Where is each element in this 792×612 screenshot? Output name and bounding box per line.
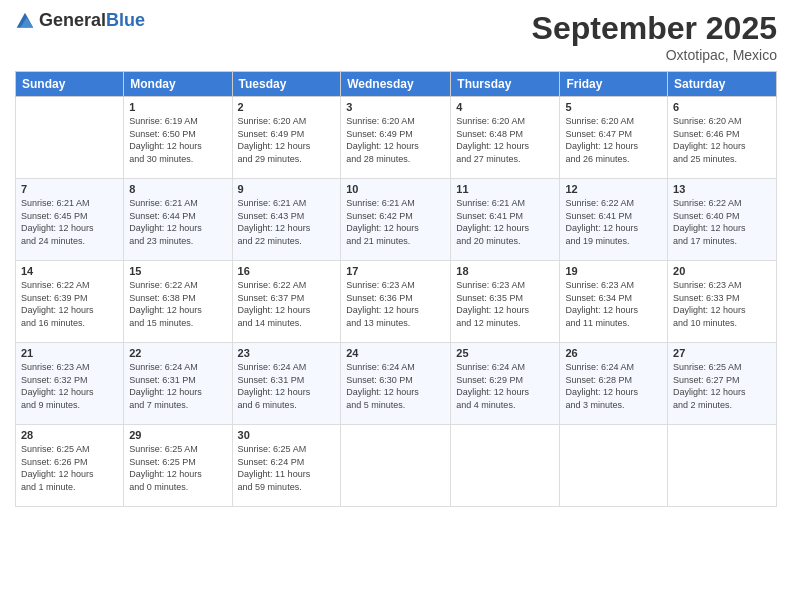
day-info: Sunrise: 6:22 AM Sunset: 6:39 PM Dayligh… xyxy=(21,279,118,329)
location: Oxtotipac, Mexico xyxy=(532,47,777,63)
day-number: 24 xyxy=(346,347,445,359)
day-number: 1 xyxy=(129,101,226,113)
calendar-cell: 22Sunrise: 6:24 AM Sunset: 6:31 PM Dayli… xyxy=(124,343,232,425)
week-row-5: 28Sunrise: 6:25 AM Sunset: 6:26 PM Dayli… xyxy=(16,425,777,507)
day-info: Sunrise: 6:24 AM Sunset: 6:30 PM Dayligh… xyxy=(346,361,445,411)
calendar-cell: 14Sunrise: 6:22 AM Sunset: 6:39 PM Dayli… xyxy=(16,261,124,343)
day-number: 20 xyxy=(673,265,771,277)
day-info: Sunrise: 6:20 AM Sunset: 6:47 PM Dayligh… xyxy=(565,115,662,165)
day-number: 6 xyxy=(673,101,771,113)
day-info: Sunrise: 6:20 AM Sunset: 6:49 PM Dayligh… xyxy=(346,115,445,165)
col-tuesday: Tuesday xyxy=(232,72,341,97)
day-info: Sunrise: 6:23 AM Sunset: 6:32 PM Dayligh… xyxy=(21,361,118,411)
calendar-cell xyxy=(451,425,560,507)
day-number: 7 xyxy=(21,183,118,195)
day-number: 14 xyxy=(21,265,118,277)
calendar-cell: 30Sunrise: 6:25 AM Sunset: 6:24 PM Dayli… xyxy=(232,425,341,507)
day-info: Sunrise: 6:23 AM Sunset: 6:34 PM Dayligh… xyxy=(565,279,662,329)
day-info: Sunrise: 6:25 AM Sunset: 6:26 PM Dayligh… xyxy=(21,443,118,493)
day-number: 25 xyxy=(456,347,554,359)
col-saturday: Saturday xyxy=(668,72,777,97)
logo-general: General xyxy=(39,10,106,30)
day-number: 17 xyxy=(346,265,445,277)
calendar-cell: 20Sunrise: 6:23 AM Sunset: 6:33 PM Dayli… xyxy=(668,261,777,343)
day-info: Sunrise: 6:20 AM Sunset: 6:46 PM Dayligh… xyxy=(673,115,771,165)
day-number: 5 xyxy=(565,101,662,113)
day-info: Sunrise: 6:20 AM Sunset: 6:48 PM Dayligh… xyxy=(456,115,554,165)
calendar-cell: 8Sunrise: 6:21 AM Sunset: 6:44 PM Daylig… xyxy=(124,179,232,261)
calendar-cell: 1Sunrise: 6:19 AM Sunset: 6:50 PM Daylig… xyxy=(124,97,232,179)
day-info: Sunrise: 6:23 AM Sunset: 6:35 PM Dayligh… xyxy=(456,279,554,329)
day-number: 15 xyxy=(129,265,226,277)
day-number: 28 xyxy=(21,429,118,441)
day-info: Sunrise: 6:21 AM Sunset: 6:43 PM Dayligh… xyxy=(238,197,336,247)
week-row-1: 1Sunrise: 6:19 AM Sunset: 6:50 PM Daylig… xyxy=(16,97,777,179)
day-info: Sunrise: 6:21 AM Sunset: 6:41 PM Dayligh… xyxy=(456,197,554,247)
day-number: 8 xyxy=(129,183,226,195)
day-info: Sunrise: 6:25 AM Sunset: 6:27 PM Dayligh… xyxy=(673,361,771,411)
calendar-cell: 23Sunrise: 6:24 AM Sunset: 6:31 PM Dayli… xyxy=(232,343,341,425)
month-year: September 2025 xyxy=(532,10,777,47)
day-number: 3 xyxy=(346,101,445,113)
calendar-cell: 24Sunrise: 6:24 AM Sunset: 6:30 PM Dayli… xyxy=(341,343,451,425)
day-number: 12 xyxy=(565,183,662,195)
day-number: 13 xyxy=(673,183,771,195)
day-number: 4 xyxy=(456,101,554,113)
day-number: 23 xyxy=(238,347,336,359)
day-number: 26 xyxy=(565,347,662,359)
day-number: 19 xyxy=(565,265,662,277)
calendar-cell: 28Sunrise: 6:25 AM Sunset: 6:26 PM Dayli… xyxy=(16,425,124,507)
col-friday: Friday xyxy=(560,72,668,97)
calendar-cell: 21Sunrise: 6:23 AM Sunset: 6:32 PM Dayli… xyxy=(16,343,124,425)
day-info: Sunrise: 6:21 AM Sunset: 6:45 PM Dayligh… xyxy=(21,197,118,247)
week-row-2: 7Sunrise: 6:21 AM Sunset: 6:45 PM Daylig… xyxy=(16,179,777,261)
calendar-cell: 5Sunrise: 6:20 AM Sunset: 6:47 PM Daylig… xyxy=(560,97,668,179)
day-info: Sunrise: 6:24 AM Sunset: 6:28 PM Dayligh… xyxy=(565,361,662,411)
day-info: Sunrise: 6:19 AM Sunset: 6:50 PM Dayligh… xyxy=(129,115,226,165)
calendar-cell: 2Sunrise: 6:20 AM Sunset: 6:49 PM Daylig… xyxy=(232,97,341,179)
day-info: Sunrise: 6:21 AM Sunset: 6:44 PM Dayligh… xyxy=(129,197,226,247)
calendar-cell: 25Sunrise: 6:24 AM Sunset: 6:29 PM Dayli… xyxy=(451,343,560,425)
day-info: Sunrise: 6:25 AM Sunset: 6:25 PM Dayligh… xyxy=(129,443,226,493)
day-info: Sunrise: 6:22 AM Sunset: 6:38 PM Dayligh… xyxy=(129,279,226,329)
day-info: Sunrise: 6:23 AM Sunset: 6:33 PM Dayligh… xyxy=(673,279,771,329)
col-sunday: Sunday xyxy=(16,72,124,97)
day-number: 9 xyxy=(238,183,336,195)
week-row-4: 21Sunrise: 6:23 AM Sunset: 6:32 PM Dayli… xyxy=(16,343,777,425)
logo-icon xyxy=(15,11,35,31)
calendar-cell: 19Sunrise: 6:23 AM Sunset: 6:34 PM Dayli… xyxy=(560,261,668,343)
calendar-cell xyxy=(16,97,124,179)
day-number: 21 xyxy=(21,347,118,359)
calendar-cell: 29Sunrise: 6:25 AM Sunset: 6:25 PM Dayli… xyxy=(124,425,232,507)
calendar-cell: 15Sunrise: 6:22 AM Sunset: 6:38 PM Dayli… xyxy=(124,261,232,343)
day-info: Sunrise: 6:23 AM Sunset: 6:36 PM Dayligh… xyxy=(346,279,445,329)
logo-text: GeneralBlue xyxy=(39,10,145,31)
day-info: Sunrise: 6:22 AM Sunset: 6:41 PM Dayligh… xyxy=(565,197,662,247)
day-number: 11 xyxy=(456,183,554,195)
day-info: Sunrise: 6:20 AM Sunset: 6:49 PM Dayligh… xyxy=(238,115,336,165)
calendar-cell xyxy=(341,425,451,507)
calendar-cell: 18Sunrise: 6:23 AM Sunset: 6:35 PM Dayli… xyxy=(451,261,560,343)
day-info: Sunrise: 6:24 AM Sunset: 6:31 PM Dayligh… xyxy=(238,361,336,411)
calendar-cell: 16Sunrise: 6:22 AM Sunset: 6:37 PM Dayli… xyxy=(232,261,341,343)
day-info: Sunrise: 6:24 AM Sunset: 6:31 PM Dayligh… xyxy=(129,361,226,411)
calendar-cell: 12Sunrise: 6:22 AM Sunset: 6:41 PM Dayli… xyxy=(560,179,668,261)
calendar-cell xyxy=(668,425,777,507)
day-info: Sunrise: 6:25 AM Sunset: 6:24 PM Dayligh… xyxy=(238,443,336,493)
day-info: Sunrise: 6:21 AM Sunset: 6:42 PM Dayligh… xyxy=(346,197,445,247)
day-number: 22 xyxy=(129,347,226,359)
calendar-cell: 26Sunrise: 6:24 AM Sunset: 6:28 PM Dayli… xyxy=(560,343,668,425)
day-info: Sunrise: 6:24 AM Sunset: 6:29 PM Dayligh… xyxy=(456,361,554,411)
calendar-cell: 13Sunrise: 6:22 AM Sunset: 6:40 PM Dayli… xyxy=(668,179,777,261)
calendar-cell xyxy=(560,425,668,507)
calendar-cell: 4Sunrise: 6:20 AM Sunset: 6:48 PM Daylig… xyxy=(451,97,560,179)
calendar-cell: 27Sunrise: 6:25 AM Sunset: 6:27 PM Dayli… xyxy=(668,343,777,425)
col-wednesday: Wednesday xyxy=(341,72,451,97)
days-header-row: Sunday Monday Tuesday Wednesday Thursday… xyxy=(16,72,777,97)
day-number: 10 xyxy=(346,183,445,195)
header: GeneralBlue September 2025 Oxtotipac, Me… xyxy=(15,10,777,63)
calendar-cell: 9Sunrise: 6:21 AM Sunset: 6:43 PM Daylig… xyxy=(232,179,341,261)
calendar-cell: 11Sunrise: 6:21 AM Sunset: 6:41 PM Dayli… xyxy=(451,179,560,261)
calendar-cell: 17Sunrise: 6:23 AM Sunset: 6:36 PM Dayli… xyxy=(341,261,451,343)
logo-blue: Blue xyxy=(106,10,145,30)
